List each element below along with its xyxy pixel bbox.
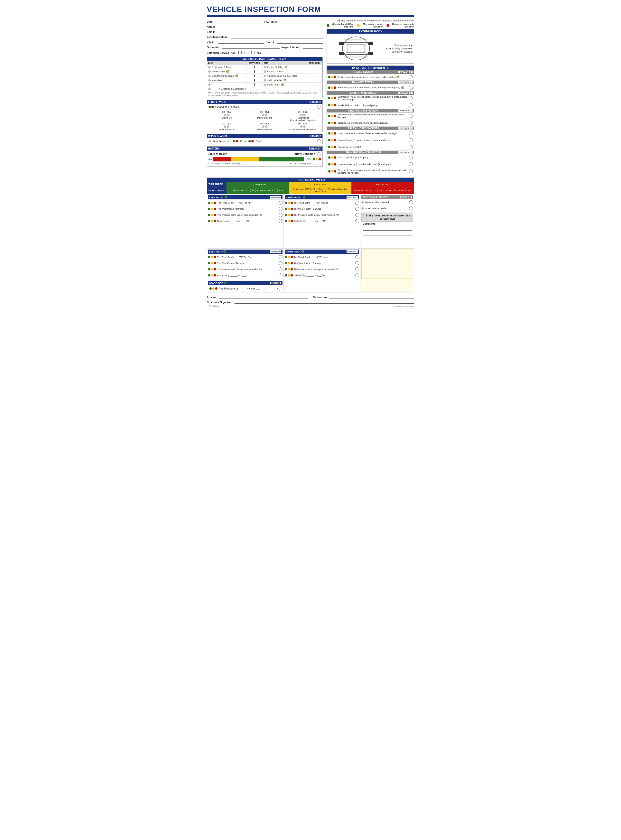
inspect-month-field[interactable]	[303, 45, 323, 49]
serv-circle[interactable]	[355, 267, 359, 271]
serv-circle[interactable]	[409, 156, 413, 159]
customer-sig-field: Customer Signature:	[207, 300, 414, 304]
dot-yellow	[288, 220, 290, 222]
dot-yellow	[331, 115, 333, 117]
serv-circle[interactable]	[314, 65, 314, 69]
dot-red	[214, 208, 216, 210]
serv-circle[interactable]	[409, 145, 413, 149]
serv-circle[interactable]	[409, 200, 413, 204]
serv-circle[interactable]	[409, 96, 413, 100]
serv-circle[interactable]	[317, 105, 321, 109]
comment-line-4[interactable]	[363, 241, 412, 245]
serv-circle[interactable]	[409, 132, 413, 135]
serv-circle[interactable]	[279, 207, 282, 211]
serv-circle[interactable]	[277, 286, 281, 291]
dot-red	[386, 24, 389, 27]
serv-circle[interactable]	[279, 213, 282, 217]
tire-brake-header: TIRE / BRAKE WEAR	[207, 178, 414, 182]
email-field[interactable]	[218, 29, 323, 33]
steering-header: STEERING / SUSPENSION SERVICED	[327, 109, 414, 112]
serv-circle[interactable]	[254, 65, 255, 69]
odometer-field[interactable]	[222, 45, 280, 49]
technician-line[interactable]	[329, 295, 414, 299]
ok-dot	[224, 126, 226, 128]
leaf-icon: 🌿	[396, 76, 400, 79]
ro-field[interactable]	[279, 19, 323, 23]
lf-pressure-dots	[208, 214, 216, 216]
serv-circle[interactable]	[355, 261, 359, 265]
serv-circle[interactable]	[355, 201, 359, 205]
serv-circle[interactable]	[314, 83, 314, 86]
serv-circle[interactable]	[409, 121, 413, 125]
fluid-ok-fill-label: OKFILL	[222, 111, 231, 113]
ymm-field[interactable]	[231, 35, 323, 38]
no-checkbox[interactable]	[251, 51, 254, 54]
tire-wear-serviced: SERVICED	[400, 196, 412, 198]
serv-circle[interactable]	[279, 255, 282, 259]
customer-sig-line[interactable]	[235, 300, 414, 304]
serv-circle[interactable]	[409, 103, 413, 107]
battery-bar	[213, 157, 304, 162]
dot-yellow	[331, 132, 333, 135]
vin-field[interactable]	[218, 40, 264, 44]
dot-green	[233, 140, 235, 142]
dot-green	[328, 97, 330, 99]
advisor-line[interactable]	[219, 295, 308, 299]
serv-circle[interactable]	[279, 219, 282, 223]
serv-circle[interactable]	[254, 74, 255, 77]
serv-circle[interactable]	[317, 152, 321, 156]
serv-circle[interactable]	[409, 206, 413, 210]
serv-circle[interactable]	[409, 86, 413, 89]
fluid-leak-dots	[209, 106, 214, 108]
serv-circle[interactable]	[279, 201, 282, 205]
yes-checkbox[interactable]	[238, 51, 242, 54]
dot-green	[285, 268, 287, 271]
serv-circle[interactable]	[279, 267, 282, 271]
trans-dots2	[328, 163, 336, 166]
serv-circle[interactable]	[355, 213, 359, 217]
serv-circle[interactable]	[409, 162, 413, 166]
serv-circle[interactable]	[355, 219, 359, 223]
yes-label: YES	[244, 51, 249, 54]
lr-wear-text: Tire Wear Pattern / Damage	[217, 262, 278, 265]
serv-circle[interactable]	[355, 274, 359, 277]
name-field[interactable]	[218, 24, 323, 28]
date-field[interactable]	[218, 19, 262, 23]
sched-item-right: Engine Coolant	[262, 70, 306, 74]
serv-circle[interactable]	[314, 70, 314, 73]
belts-row1: HVAC systems and hoses / lines for leaks…	[327, 130, 414, 137]
comment-line-2[interactable]	[363, 232, 412, 235]
brake-not-taken-circle[interactable]	[364, 214, 364, 218]
comment-line-3[interactable]	[363, 236, 412, 240]
serv-circle[interactable]	[254, 83, 255, 86]
serv-circle[interactable]	[317, 139, 321, 143]
dot-red	[334, 163, 336, 166]
leaf-icon: 🌿	[283, 79, 287, 82]
sched-col-due2: DUE	[262, 61, 306, 65]
serv-circle[interactable]	[409, 138, 413, 142]
battery-content: State of Health Battery Condition 0% 100…	[207, 151, 323, 166]
serv-circle[interactable]	[254, 79, 255, 82]
comment-line-1[interactable]	[363, 227, 412, 230]
right-rear-header: RIGHT REAR 🌿 SERVICED	[285, 250, 359, 254]
serv-circle[interactable]	[355, 255, 359, 259]
wiper-front-label: Front	[240, 140, 247, 143]
serv-circle[interactable]	[254, 70, 255, 73]
serv-circle[interactable]	[355, 207, 359, 211]
trans-row3: Drive shaft, transmission, u-joint and s…	[327, 168, 414, 175]
serv-circle[interactable]	[279, 274, 282, 277]
tire-quadrant-grid-2: LEFT REAR 🌿 SERVICED Tire Tread Depth __…	[207, 248, 414, 280]
serv-circle[interactable]	[279, 261, 282, 265]
brake-serviced-label: SERVICED	[398, 71, 412, 73]
plate-field[interactable]	[277, 40, 323, 44]
serv-circle[interactable]	[314, 79, 314, 82]
serv-circle[interactable]	[409, 114, 413, 118]
dot-green	[208, 214, 211, 216]
belts-row2: Engine Cooling System, radiator, hoses a…	[327, 137, 414, 144]
left-rear-serviced: SERVICED	[270, 250, 281, 253]
serv-circle[interactable]	[314, 74, 314, 77]
leaf-icon: 🌿	[280, 83, 284, 86]
serv-circle[interactable]	[409, 75, 413, 79]
serv-circle[interactable]	[409, 170, 413, 173]
sched-dot	[264, 79, 266, 82]
